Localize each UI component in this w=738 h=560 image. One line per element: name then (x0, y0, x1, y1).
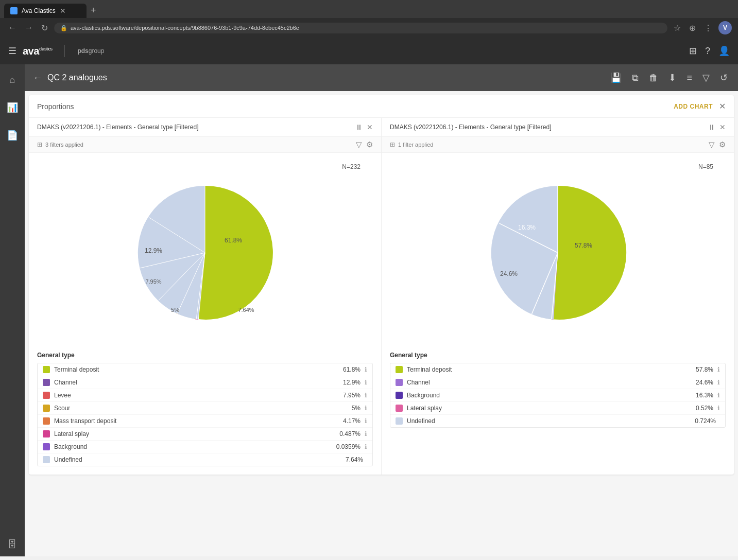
header-left: ☰ avaclastics pdsgroup (8, 45, 104, 57)
sidebar: ⌂ 📊 📄 🗄 (0, 64, 25, 556)
legend-label-background: Background (54, 443, 336, 450)
legend-info-channel[interactable]: ℹ (365, 379, 367, 386)
address-bar[interactable]: 🔒 ava-clastics.pds.software/depositional… (54, 23, 667, 33)
chart1-actions: ⏸ ✕ (355, 123, 373, 131)
tab-favicon (10, 7, 18, 14)
legend-label-lateral-splay: Lateral splay (54, 430, 339, 437)
chart1-label-scour: 5% (171, 307, 179, 313)
forward-browser-btn[interactable]: → (23, 22, 35, 33)
proportions-header: Proportions ADD CHART ✕ (29, 95, 734, 118)
legend-label-undefined: Undefined (54, 456, 346, 463)
delete-icon[interactable]: 🗑 (647, 71, 660, 85)
legend-info-lateral-splay[interactable]: ℹ (365, 430, 367, 437)
legend-color-undefined (43, 456, 50, 463)
legend2-value-background: 16.3% (696, 392, 713, 399)
legend2-info-channel[interactable]: ℹ (717, 379, 720, 386)
chart1-header: DMAKS (v20221206.1) - Elements - General… (29, 118, 381, 137)
list-icon[interactable]: ≡ (684, 71, 694, 85)
legend-info-levee[interactable]: ℹ (365, 392, 367, 399)
legend2-value-lateral-splay: 0.52% (696, 405, 713, 412)
chart1-filter-info: ⊞ 3 filters applied (37, 141, 83, 148)
chart2-settings-btn[interactable]: ⚙ (719, 140, 726, 149)
chart1-filter-actions: ▽ ⚙ (356, 140, 373, 149)
legend-color-terminal (43, 366, 50, 373)
user-icon[interactable]: 👤 (718, 45, 730, 57)
legend-row: Terminal deposit 61.8% ℹ (38, 363, 372, 376)
chart2-filter-btn[interactable]: ▽ (709, 140, 715, 149)
filter-icon[interactable]: ▽ (700, 70, 712, 85)
chart-column-1: DMAKS (v20221206.1) - Elements - General… (29, 118, 382, 475)
copy-icon[interactable]: ⧉ (630, 71, 641, 85)
legend-row: Undefined 7.64% (38, 453, 372, 466)
legend-row: Channel 24.6% ℹ (390, 376, 725, 389)
grid-icon[interactable]: ⊞ (689, 45, 697, 57)
export-icon[interactable]: ⬇ (666, 70, 678, 85)
legend-info-terminal[interactable]: ℹ (365, 366, 367, 373)
chart2-n-label: N=85 (698, 163, 713, 170)
profile-button[interactable]: V (718, 21, 732, 34)
legend-value-mass-transport: 4.17% (343, 417, 361, 425)
history-icon[interactable]: ↺ (718, 70, 730, 85)
hamburger-menu-icon[interactable]: ☰ (8, 45, 16, 57)
chart2-filter-small-icon: ⊞ (390, 141, 395, 148)
extensions-icon[interactable]: ⊕ (687, 22, 698, 34)
bookmark-star-icon[interactable]: ☆ (672, 22, 683, 34)
chart2-svg: 57.8% 24.6% 16.3% (475, 170, 640, 335)
chart1-label-channel: 12.9% (145, 247, 162, 254)
page-header: ← QC 2 analogues 💾 ⧉ 🗑 ⬇ ≡ ▽ ↺ (25, 64, 738, 91)
legend-label-terminal: Terminal deposit (54, 366, 343, 373)
legend2-info-background[interactable]: ℹ (717, 392, 720, 399)
legend2-info-lateral-splay[interactable]: ℹ (717, 405, 720, 412)
chart1-pause-icon[interactable]: ⏸ (355, 123, 363, 131)
chart1-legend-table: Terminal deposit 61.8% ℹ Channel 12.9% ℹ (37, 363, 373, 466)
chart2-pause-icon[interactable]: ⏸ (708, 123, 715, 131)
legend2-color-undefined (396, 417, 403, 425)
legend-row: Undefined 0.724% (390, 415, 725, 427)
active-tab[interactable]: Ava Clastics ✕ (4, 4, 87, 18)
legend2-color-channel (396, 379, 403, 386)
sidebar-document-icon[interactable]: 📄 (3, 126, 22, 145)
legend-row: Background 16.3% ℹ (390, 389, 725, 402)
refresh-btn[interactable]: ↻ (39, 22, 50, 34)
add-chart-button[interactable]: ADD CHART (674, 103, 713, 110)
browser-controls: ← → ↻ 🔒 ava-clastics.pds.software/deposi… (0, 18, 738, 38)
legend2-color-lateral-splay (396, 405, 403, 412)
new-tab-btn[interactable]: + (87, 3, 100, 18)
page-header-left: ← QC 2 analogues (33, 73, 107, 83)
legend2-color-terminal (396, 366, 403, 373)
chart2-close-icon[interactable]: ✕ (719, 123, 726, 131)
save-icon[interactable]: 💾 (608, 70, 624, 85)
sidebar-chart-icon[interactable]: 📊 (3, 98, 22, 117)
chart1-filter-btn[interactable]: ▽ (356, 140, 362, 149)
legend-row: Background 0.0359% ℹ (38, 441, 372, 453)
app-header: ☰ avaclastics pdsgroup ⊞ ? 👤 (0, 38, 738, 64)
chart1-legend-title: General type (37, 352, 373, 359)
chart1-close-icon[interactable]: ✕ (367, 123, 373, 131)
chart2-header: DMAKS (v20221206.1) - Elements - General… (382, 118, 734, 137)
legend-info-background[interactable]: ℹ (365, 443, 367, 450)
close-panel-btn[interactable]: ✕ (719, 101, 726, 111)
legend-info-scour[interactable]: ℹ (365, 405, 367, 412)
legend2-label-terminal: Terminal deposit (407, 366, 696, 373)
tab-close-btn[interactable]: ✕ (60, 7, 66, 15)
legend-info-mass-transport[interactable]: ℹ (365, 417, 367, 425)
back-browser-btn[interactable]: ← (6, 22, 19, 33)
chart1-svg: 61.8% 12.9% 7.95% 5% 7.64% (123, 170, 287, 335)
more-tools-icon[interactable]: ⋮ (702, 22, 714, 34)
chart1-filter-small-icon: ⊞ (37, 141, 42, 148)
chart1-label-undefined: 7.64% (238, 307, 254, 313)
chart1-settings-btn[interactable]: ⚙ (366, 140, 373, 149)
browser-chrome: Ava Clastics ✕ + ← → ↻ 🔒 ava-clastics.pd… (0, 0, 738, 38)
legend2-info-terminal[interactable]: ℹ (717, 366, 720, 373)
proportions-header-right: ADD CHART ✕ (674, 101, 726, 111)
back-navigation-btn[interactable]: ← (33, 73, 42, 83)
legend-label-channel: Channel (54, 379, 343, 386)
legend2-value-terminal: 57.8% (696, 366, 713, 373)
sidebar-database-icon[interactable]: 🗄 (4, 535, 21, 554)
help-icon[interactable]: ? (705, 46, 710, 57)
browser-action-buttons: ☆ ⊕ ⋮ V (672, 21, 732, 34)
tab-bar: Ava Clastics ✕ + (0, 0, 738, 18)
chart-column-2: DMAKS (v20221206.1) - Elements - General… (382, 118, 734, 475)
sidebar-home-icon[interactable]: ⌂ (6, 71, 20, 90)
proportions-panel: Proportions ADD CHART ✕ DMAKS (v20221206… (29, 95, 734, 475)
